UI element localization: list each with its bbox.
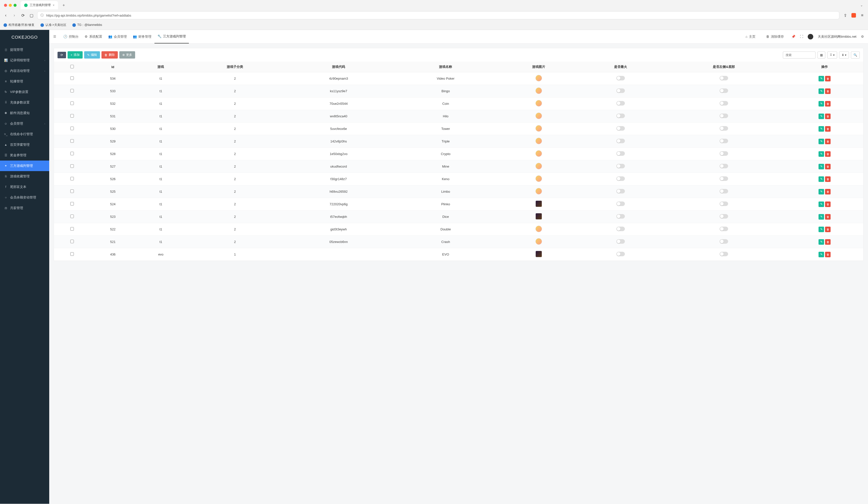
toggle-side-bottom[interactable] (720, 252, 728, 256)
row-checkbox[interactable] (70, 252, 74, 256)
search-input[interactable] (783, 52, 816, 59)
bookmark-item[interactable]: TG：@tianmeibbs (72, 23, 102, 27)
topnav-item[interactable]: 🕑控制台 (60, 30, 82, 43)
row-edit-button[interactable]: ✎ (818, 164, 824, 169)
new-tab-button[interactable]: + (60, 1, 67, 9)
sidebar-item[interactable]: 📊记录明细管理‹ (0, 55, 49, 65)
toggle-hot[interactable] (616, 89, 625, 93)
bookmark-page-icon[interactable]: ▢ (29, 13, 34, 18)
address-bar[interactable]: ⓘ https://pg-api.timibbs.vip/timibbs.php… (37, 11, 839, 19)
browser-tab[interactable]: 三方游戏列管理 × (21, 1, 58, 9)
toggle-side-bottom[interactable] (720, 214, 728, 219)
sidebar-item[interactable]: ☰奖金券管理 (0, 150, 49, 161)
row-edit-button[interactable]: ✎ (818, 76, 824, 81)
column-header[interactable]: Id (90, 62, 136, 72)
sidebar-item[interactable]: ≡轮播管理 (0, 76, 49, 87)
row-checkbox[interactable] (70, 127, 74, 130)
toggle-side-bottom[interactable] (720, 126, 728, 131)
row-checkbox[interactable] (70, 114, 74, 117)
row-delete-button[interactable]: 🗑 (825, 139, 830, 144)
close-window-button[interactable] (4, 4, 7, 7)
settings-gear-icon[interactable]: ⚙ (861, 35, 864, 39)
row-checkbox[interactable] (70, 89, 74, 92)
toggle-side-bottom[interactable] (720, 151, 728, 156)
sidebar-item[interactable]: f尾部富文本 (0, 182, 49, 192)
search-icon[interactable]: 🔍 (851, 52, 860, 59)
row-edit-button[interactable]: ✎ (818, 114, 824, 119)
row-checkbox[interactable] (70, 152, 74, 155)
topnav-item[interactable]: ⚙系统配置 (82, 30, 105, 43)
sidebar-item[interactable]: ▲首页弹窗管理 (0, 140, 49, 150)
sidebar-item[interactable]: ↻VIP参数设置 (0, 87, 49, 97)
row-edit-button[interactable]: ✎ (818, 176, 824, 182)
row-delete-button[interactable]: 🗑 (825, 214, 830, 219)
add-button[interactable]: +添加 (68, 51, 83, 59)
row-delete-button[interactable]: 🗑 (825, 227, 830, 232)
fullscreen-icon[interactable]: ⛶ (800, 35, 803, 39)
toggle-side-bottom[interactable] (720, 76, 728, 80)
toggle-side-bottom[interactable] (720, 164, 728, 168)
topnav-item[interactable]: 👥财务管理 (130, 30, 154, 43)
sidebar-item[interactable]: ☺会员管理‹ (0, 119, 49, 129)
row-delete-button[interactable]: 🗑 (825, 239, 830, 245)
row-edit-button[interactable]: ✎ (818, 151, 824, 157)
toggle-hot[interactable] (616, 126, 625, 131)
toggle-side-bottom[interactable] (720, 239, 728, 244)
row-edit-button[interactable]: ✎ (818, 189, 824, 194)
toggle-side-bottom[interactable] (720, 139, 728, 143)
toggle-side-bottom[interactable] (720, 176, 728, 181)
toggle-hot[interactable] (616, 214, 625, 219)
export-icon[interactable]: ⬇ ▾ (839, 52, 849, 59)
column-header[interactable]: 是否左侧&底部 (662, 62, 786, 72)
row-edit-button[interactable]: ✎ (818, 252, 824, 257)
toggle-hot[interactable] (616, 202, 625, 206)
toggle-hot[interactable] (616, 239, 625, 244)
row-edit-button[interactable]: ✎ (818, 227, 824, 232)
toggle-hot[interactable] (616, 114, 625, 118)
toggle-side-bottom[interactable] (720, 114, 728, 118)
column-header[interactable]: 游戏图片 (498, 62, 580, 72)
delete-button[interactable]: 🗑删除 (102, 51, 118, 59)
clear-cache-button[interactable]: 🗑清除缓存 (763, 30, 787, 43)
sidebar-item[interactable]: ✱邮件消息通知 (0, 108, 49, 119)
row-edit-button[interactable]: ✎ (818, 101, 824, 106)
forward-button[interactable]: › (12, 13, 17, 18)
grid-view-icon[interactable]: ⠿ ▾ (827, 52, 837, 59)
column-header[interactable]: 游戏名称 (394, 62, 498, 72)
select-all-checkbox[interactable] (70, 65, 74, 68)
sidebar-item[interactable]: ⠿充值参数设置 (0, 97, 49, 108)
row-edit-button[interactable]: ✎ (818, 214, 824, 219)
sidebar-item[interactable]: ◎内容活动管理‹ (0, 65, 49, 76)
toggle-side-bottom[interactable] (720, 89, 728, 93)
row-delete-button[interactable]: 🗑 (825, 114, 830, 119)
row-edit-button[interactable]: ✎ (818, 202, 824, 207)
menu-icon[interactable]: ≡ (859, 13, 865, 18)
columns-view-icon[interactable]: ▦ (817, 52, 825, 59)
site-info-icon[interactable]: ⓘ (40, 13, 44, 18)
row-delete-button[interactable]: 🗑 (825, 76, 830, 81)
column-header[interactable]: 游戏代码 (284, 62, 394, 72)
toggle-side-bottom[interactable] (720, 189, 728, 194)
row-delete-button[interactable]: 🗑 (825, 101, 830, 106)
refresh-button[interactable]: ⟳ (58, 52, 66, 58)
shields-icon[interactable] (851, 13, 856, 18)
more-button[interactable]: ✲更多 (119, 51, 135, 59)
maximize-window-button[interactable] (13, 4, 17, 7)
row-delete-button[interactable]: 🗑 (825, 151, 830, 157)
home-link[interactable]: ⌂主页 (742, 30, 758, 43)
minimize-window-button[interactable] (9, 4, 12, 7)
toggle-hot[interactable] (616, 227, 625, 231)
topnav-item[interactable]: 🔧三方游戏列管理 (154, 30, 189, 43)
row-delete-button[interactable]: 🗑 (825, 176, 830, 182)
column-header[interactable]: 是否最火 (580, 62, 662, 72)
toggle-hot[interactable] (616, 176, 625, 181)
sidebar-item[interactable]: ✦三方游戏列管理 (0, 161, 49, 171)
row-delete-button[interactable]: 🗑 (825, 126, 830, 132)
toggle-hot[interactable] (616, 139, 625, 143)
bookmark-item[interactable]: 程序搭建/开发/修复 (3, 23, 34, 27)
row-checkbox[interactable] (70, 215, 74, 218)
row-delete-button[interactable]: 🗑 (825, 189, 830, 194)
row-checkbox[interactable] (70, 164, 74, 168)
topnav-item[interactable]: 👥会员管理 (105, 30, 130, 43)
toggle-hot[interactable] (616, 252, 625, 256)
